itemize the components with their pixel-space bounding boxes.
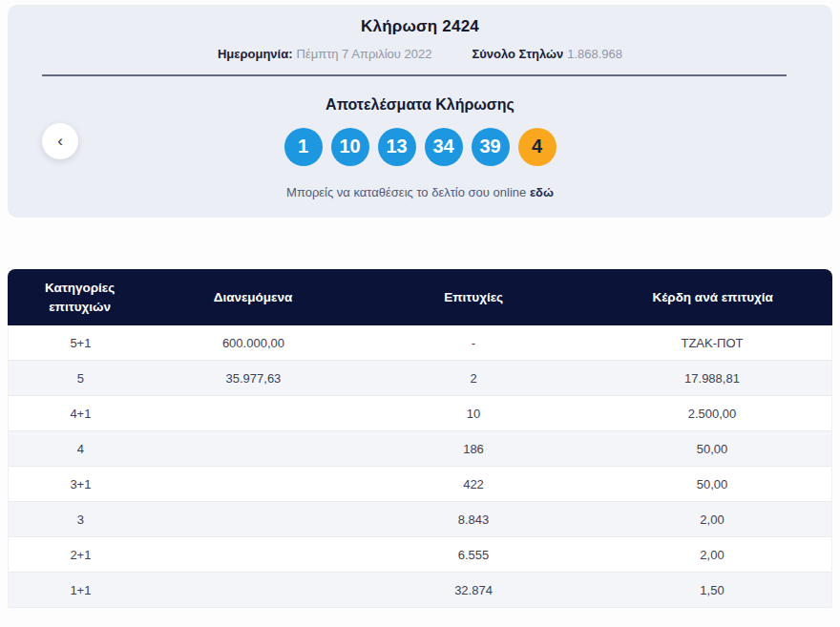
draw-date-label: Ημερομηνία: [218,47,293,61]
cell-winners: 422 [354,477,593,491]
table-row: 1+132.8741,50 [9,573,831,608]
cell-prize: 2,00 [593,548,831,562]
winning-number-ball: 1 [284,128,323,166]
cell-prize: 50,00 [593,477,831,491]
online-ticket-note-text: Μπορείς να καταθέσεις το δελτίο σου onli… [286,185,526,199]
table-row: 4+1102.500,00 [9,396,831,431]
column-header-winners: Επιτυχίες [354,281,594,315]
cell-winners: - [354,336,593,350]
bonus-number-ball: 4 [518,128,556,166]
cell-category: 3 [9,512,153,527]
previous-draw-button[interactable]: ‹ [42,123,78,159]
total-columns-value: 1.868.968 [567,47,622,61]
chevron-left-icon: ‹ [57,133,63,149]
cell-category: 5+1 [9,336,153,350]
column-header-distributed: Διανεμόμενα [152,281,354,315]
draw-summary-card: Κλήρωση 2424 Ημερομηνία:Πέμπτη 7 Απριλίο… [8,5,832,218]
draw-date: Ημερομηνία:Πέμπτη 7 Απριλίου 2022 [218,47,432,61]
cell-category: 1+1 [9,583,153,597]
winning-numbers: 1101334394 [8,128,832,166]
online-ticket-note: Μπορείς να καταθέσεις το δελτίο σου onli… [8,185,832,199]
cell-category: 4+1 [9,407,153,421]
cell-winners: 32.874 [354,583,593,597]
draw-meta: Ημερομηνία:Πέμπτη 7 Απριλίου 2022 Σύνολο… [8,47,832,61]
table-row: 535.977,63217.988,81 [9,361,831,396]
online-ticket-link[interactable]: εδώ [530,185,554,199]
winning-number-ball: 34 [425,128,463,166]
cell-winners: 10 [354,407,593,421]
table-row: 3+142250,00 [9,467,831,502]
table-row: 418650,00 [9,431,831,467]
table-row: 5+1600.000,00-ΤΖΑΚ-ΠΟΤ [9,325,831,361]
cell-winners: 186 [354,442,593,456]
page: Κλήρωση 2424 Ημερομηνία:Πέμπτη 7 Απριλίο… [0,0,840,608]
winning-number-ball: 13 [378,128,416,166]
column-header-prize-per-win: Κέρδη ανά επιτυχία [593,281,832,315]
page-title: Κλήρωση 2424 [8,17,832,36]
cell-winners: 8.843 [354,512,593,527]
cell-prize: 2,00 [593,512,831,527]
cell-prize: 1,50 [593,583,831,597]
cell-category: 2+1 [9,548,153,562]
cell-winners: 6.555 [354,548,593,562]
header-divider [42,74,787,76]
cell-distributed: 600.000,00 [153,336,354,350]
results-section-title: Αποτελέσματα Κλήρωσης [8,96,832,114]
winning-number-ball: 39 [472,128,510,166]
cell-prize: 50,00 [593,442,831,456]
winning-number-ball: 10 [331,128,369,166]
table-row: 38.8432,00 [9,502,831,537]
cell-prize: ΤΖΑΚ-ΠΟΤ [593,336,831,350]
total-columns-label: Σύνολο Στηλών [472,47,563,61]
cell-prize: 17.988,81 [593,371,831,386]
prize-table-body: 5+1600.000,00-ΤΖΑΚ-ΠΟΤ535.977,63217.988,… [8,325,832,608]
cell-prize: 2.500,00 [593,407,831,421]
total-columns: Σύνολο Στηλών1.868.968 [472,47,622,61]
prize-table: Κατηγορίες επιτυχιών Διανεμόμενα Επιτυχί… [8,269,832,608]
cell-category: 5 [9,371,153,386]
cell-winners: 2 [354,371,593,386]
cell-category: 4 [9,442,153,456]
draw-date-value: Πέμπτη 7 Απριλίου 2022 [297,47,432,61]
cell-distributed: 35.977,63 [153,371,354,386]
prize-table-header: Κατηγορίες επιτυχιών Διανεμόμενα Επιτυχί… [8,269,832,325]
table-row: 2+16.5552,00 [9,537,831,573]
cell-category: 3+1 [9,477,153,491]
column-header-categories: Κατηγορίες επιτυχιών [8,271,152,324]
